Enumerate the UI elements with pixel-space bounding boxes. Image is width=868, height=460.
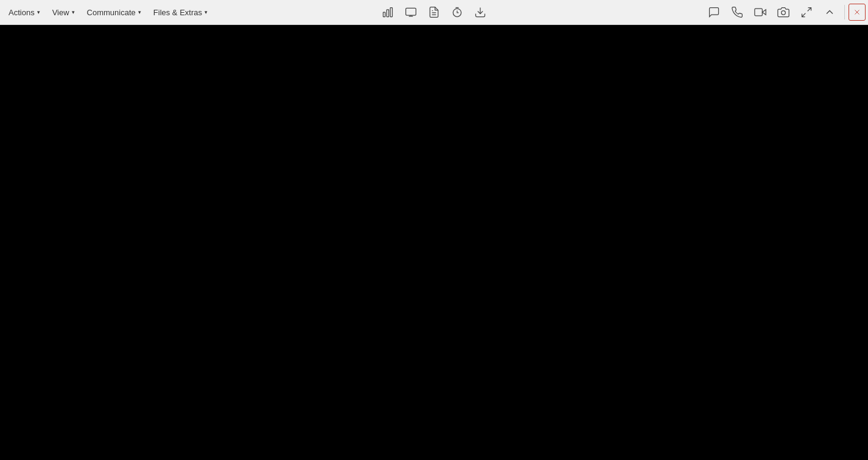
svg-marker-11 <box>762 10 766 15</box>
video-icon-button[interactable] <box>749 1 771 23</box>
main-content <box>0 25 868 460</box>
stats-icon-button[interactable] <box>377 1 399 23</box>
toolbar-center-icons <box>377 1 491 23</box>
toolbar-right-icons <box>703 0 866 24</box>
files-icon-button[interactable] <box>423 1 445 23</box>
close-icon <box>853 8 861 16</box>
close-icon-button[interactable] <box>849 4 866 21</box>
download-icon <box>474 6 486 18</box>
menu-communicate[interactable]: Communicate ▾ <box>81 0 147 24</box>
actions-chevron-icon: ▾ <box>37 9 40 15</box>
svg-line-14 <box>808 8 811 12</box>
menu-files-extras[interactable]: Files & Extras ▾ <box>147 0 214 24</box>
svg-line-15 <box>802 13 806 17</box>
phone-icon <box>731 6 743 18</box>
timer-icon-button[interactable] <box>446 1 468 23</box>
phone-icon-button[interactable] <box>726 1 748 23</box>
scroll-up-icon-button[interactable] <box>819 1 841 23</box>
arrow-up-icon <box>824 6 836 18</box>
svg-rect-12 <box>755 9 763 16</box>
communicate-label: Communicate <box>87 8 136 17</box>
menu-group: Actions ▾ View ▾ Communicate ▾ Files & E… <box>2 0 214 24</box>
chat-icon <box>708 6 720 18</box>
fullscreen-icon <box>800 6 813 18</box>
screen-icon <box>405 6 417 18</box>
fullscreen-icon-button[interactable] <box>796 1 817 23</box>
toolbar-divider <box>844 5 845 19</box>
video-icon <box>754 6 766 18</box>
menu-actions[interactable]: Actions ▾ <box>2 0 46 24</box>
camera-icon <box>777 6 789 18</box>
download-icon-button[interactable] <box>469 1 491 23</box>
timer-icon <box>451 6 463 18</box>
svg-rect-1 <box>387 10 388 17</box>
actions-label: Actions <box>9 8 35 17</box>
view-chevron-icon: ▾ <box>72 9 75 15</box>
chat-icon-button[interactable] <box>703 1 725 23</box>
svg-rect-2 <box>390 8 392 17</box>
files-extras-label: Files & Extras <box>153 8 202 17</box>
files-icon <box>428 6 440 18</box>
files-extras-chevron-icon: ▾ <box>205 9 208 15</box>
svg-point-13 <box>782 11 786 15</box>
communicate-chevron-icon: ▾ <box>138 9 141 15</box>
menu-view[interactable]: View ▾ <box>46 0 81 24</box>
camera-icon-button[interactable] <box>772 1 794 23</box>
svg-rect-3 <box>406 8 416 15</box>
screen-icon-button[interactable] <box>400 1 422 23</box>
view-label: View <box>52 8 69 17</box>
stats-icon <box>382 6 394 18</box>
toolbar: Actions ▾ View ▾ Communicate ▾ Files & E… <box>0 0 868 25</box>
svg-rect-0 <box>383 12 385 17</box>
